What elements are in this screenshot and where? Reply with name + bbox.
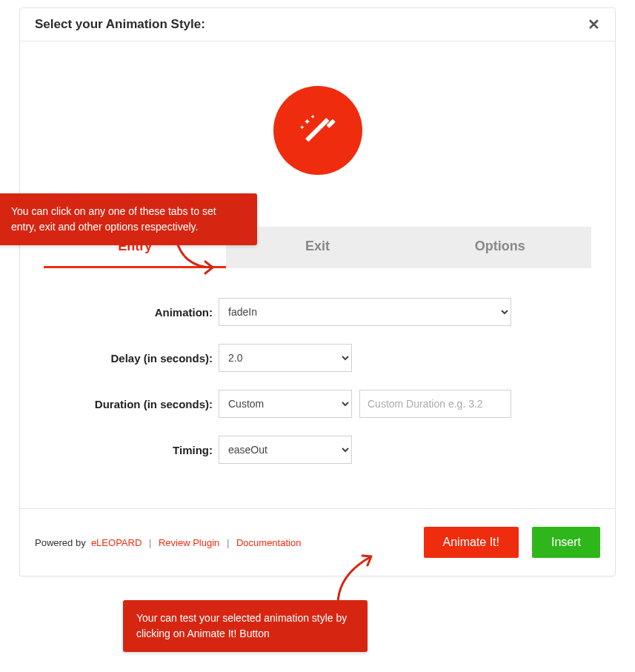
modal-title: Select your Animation Style: [35,17,205,32]
wand-row [35,86,600,175]
timing-select[interactable]: easeOut [219,436,352,464]
separator: | [227,537,229,548]
delay-label: Delay (in seconds): [50,352,219,365]
duration-select[interactable]: Custom [219,390,352,418]
delay-select[interactable]: 2.0 [219,344,352,372]
custom-duration-input[interactable] [359,390,511,418]
row-animation: Animation: fadeIn [50,298,585,326]
animation-style-modal: Select your Animation Style: ✕ Ent [19,7,616,576]
review-plugin-link[interactable]: Review Plugin [159,537,219,548]
row-timing: Timing: easeOut [50,436,585,464]
tabs-tooltip: You can click on any one of these tabs t… [0,193,257,245]
row-delay: Delay (in seconds): 2.0 [50,344,585,372]
documentation-link[interactable]: Documentation [236,537,301,548]
duration-label: Duration (in seconds): [50,398,219,410]
modal-footer: Powered by eLEOPARD | Review Plugin | Do… [20,508,615,576]
row-duration: Duration (in seconds): Custom [50,390,585,418]
animation-label: Animation: [50,306,219,319]
powered-by-text: Powered by eLEOPARD | Review Plugin | Do… [35,537,301,548]
magic-wand-icon [273,86,362,175]
timing-label: Timing: [50,444,219,456]
insert-button[interactable]: Insert [532,527,600,558]
bottom-callout-wrap: Your can test your selected animation st… [19,576,616,672]
form-area: Animation: fadeIn Delay (in seconds): 2.… [35,268,600,493]
modal-header: Select your Animation Style: ✕ [20,8,615,41]
separator: | [149,537,151,548]
animation-select[interactable]: fadeIn [219,298,511,326]
powered-by-label: Powered by [35,537,86,548]
close-icon[interactable]: ✕ [588,17,600,32]
tab-options[interactable]: Options [409,227,591,268]
modal-body: Entry Exit Options Animation: fadeIn Del… [20,41,615,508]
animate-tooltip: Your can test your selected animation st… [123,600,368,652]
eleopard-link[interactable]: eLEOPARD [91,537,142,548]
animate-it-button[interactable]: Animate It! [424,527,519,558]
